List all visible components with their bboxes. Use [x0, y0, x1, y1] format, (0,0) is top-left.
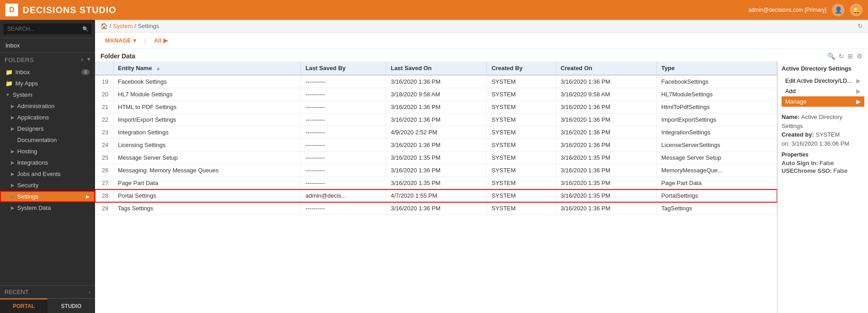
right-panel-link[interactable]: Add▶ [782, 86, 864, 96]
sidebar-item-jobs-events[interactable]: ▶ Jobs and Events [0, 168, 95, 180]
right-panel-info: Name: Active Directory Settings Created … [782, 113, 864, 148]
table-row[interactable]: 20 HL7 Module Settings ---------- 3/18/2… [95, 88, 777, 101]
manage-button[interactable]: MANAGE ▾ [100, 35, 141, 46]
all-button[interactable]: All ▶ [149, 35, 172, 46]
search-table-icon[interactable]: 🔍 [827, 52, 835, 60]
cell-last-saved-by: ---------- [300, 88, 386, 101]
sidebar-item-inbox[interactable]: 📁 Inbox 0 [0, 66, 95, 78]
cell-created-by: SYSTEM [487, 75, 556, 88]
sidebar-item-inbox-top[interactable]: Inbox [0, 38, 95, 52]
cell-name[interactable]: Portal Settings [113, 190, 300, 202]
cell-created-on: 3/16/2020 1:36 PM [556, 202, 657, 215]
cell-type: PortalSettings [657, 190, 777, 202]
info-created-by-label: Created by: [782, 131, 816, 138]
col-entity-name[interactable]: Entity Name ▲ [113, 62, 300, 75]
logo-icon: D [5, 4, 18, 16]
sidebar-item-system[interactable]: ▼ System [0, 89, 95, 100]
col-last-saved-by[interactable]: Last Saved By [300, 62, 386, 75]
table-row[interactable]: 23 Integration Settings ---------- 4/9/2… [95, 126, 777, 139]
cell-created-on: 3/16/2020 1:36 PM [556, 164, 657, 177]
table-row[interactable]: 28 Portal Settings admin@decis... 4/7/20… [95, 190, 777, 202]
cell-created-on: 3/16/2020 1:36 PM [556, 75, 657, 88]
col-created-on[interactable]: Created On [556, 62, 657, 75]
prop-value: False [833, 167, 848, 174]
cell-name[interactable]: Messaging: Memory Message Queues [113, 164, 300, 177]
cell-last-saved-by: ---------- [300, 101, 386, 114]
table-row[interactable]: 29 Tags Settings ---------- 3/16/2020 1:… [95, 202, 777, 215]
info-on-value: 3/16/2020 1:36:06 PM [792, 140, 849, 147]
notification-bell-icon[interactable]: 🔔 [850, 4, 863, 16]
sidebar-item-hosting[interactable]: ▶ Hosting [0, 146, 95, 157]
refresh-icon[interactable]: ↻ [858, 23, 863, 29]
link-arrow-icon: ▶ [856, 98, 861, 105]
user-avatar-icon[interactable]: 👤 [832, 4, 844, 16]
table-row[interactable]: 24 Licensing Settings ---------- 3/16/20… [95, 139, 777, 152]
sidebar-item-security[interactable]: ▶ Security [0, 180, 95, 191]
table-row[interactable]: 25 Message Server Setup ---------- 3/16/… [95, 152, 777, 164]
cell-last-saved-by: ---------- [300, 164, 386, 177]
table-row[interactable]: 21 HTML to PDF Settings ---------- 3/16/… [95, 101, 777, 114]
cell-last-saved-by: ---------- [300, 126, 386, 139]
expand-icon[interactable]: ▾ [87, 56, 91, 64]
breadcrumb-system[interactable]: System [113, 23, 133, 29]
col-created-by[interactable]: Created By [487, 62, 556, 75]
cell-name[interactable]: Tags Settings [113, 202, 300, 215]
cell-name[interactable]: Message Server Setup [113, 152, 300, 164]
table-row[interactable]: 27 Page Part Data ---------- 3/16/2020 1… [95, 177, 777, 190]
cell-type: MemoryMessageQue... [657, 164, 777, 177]
user-info: admin@decisions.com [Primary] [749, 7, 826, 13]
cell-name[interactable]: Import/Export Settings [113, 114, 300, 126]
table-row[interactable]: 19 Facebook Settings ---------- 3/16/202… [95, 75, 777, 88]
toolbar: MANAGE ▾ | All ▶ [95, 33, 868, 49]
sidebar-item-integrations[interactable]: ▶ Integrations [0, 157, 95, 168]
search-input[interactable] [4, 24, 91, 34]
tab-studio[interactable]: STUDIO [48, 299, 95, 313]
table-row[interactable]: 22 Import/Export Settings ---------- 3/1… [95, 114, 777, 126]
main-content: 🏠 / System / Settings ↻ MANAGE ▾ | All ▶… [95, 20, 868, 313]
cell-name[interactable]: Integration Settings [113, 126, 300, 139]
folder-data-table: Entity Name ▲ Last Saved By Last Saved O… [95, 62, 777, 215]
cell-type: ImportExportSettings [657, 114, 777, 126]
cell-name[interactable]: Facebook Settings [113, 75, 300, 88]
right-panel-link[interactable]: Manage▶ [782, 96, 864, 107]
cell-num: 28 [95, 190, 113, 202]
cell-num: 24 [95, 139, 113, 152]
cell-last-saved-by: ---------- [300, 177, 386, 190]
expand-arrow-icon: ▼ [5, 92, 10, 97]
sidebar-item-documentation[interactable]: Documentation [0, 134, 95, 146]
manage-arrow-icon: ▾ [133, 37, 136, 44]
cell-last-saved-on: 4/7/2020 1:55 PM [386, 190, 487, 202]
tab-portal[interactable]: PORTAL [0, 299, 48, 313]
cell-created-on: 3/16/2020 1:36 PM [556, 139, 657, 152]
prop-label: USEChrome SSO: [782, 167, 832, 174]
folders-header: FOLDERS ＋ ▾ [0, 52, 95, 66]
add-folder-icon[interactable]: ＋ [79, 56, 86, 64]
sidebar: 🔍 Inbox FOLDERS ＋ ▾ 📁 Inbox 0 📁 My Apps [0, 20, 95, 313]
home-icon[interactable]: 🏠 [100, 23, 108, 29]
recent-arrow-icon[interactable]: ‹ [89, 289, 91, 295]
sidebar-item-settings[interactable]: ▶ Settings ▶ [0, 191, 95, 202]
cell-name[interactable]: HL7 Module Settings [113, 88, 300, 101]
cell-name[interactable]: Page Part Data [113, 177, 300, 190]
all-label: All [154, 37, 162, 44]
cell-last-saved-by: ---------- [300, 139, 386, 152]
cell-name[interactable]: Licensing Settings [113, 139, 300, 152]
sidebar-item-designers[interactable]: ▶ Designers [0, 123, 95, 134]
prop-value: False [820, 160, 834, 166]
refresh-table-icon[interactable]: ↻ [839, 52, 844, 60]
col-type[interactable]: Type [657, 62, 777, 75]
sidebar-item-applications[interactable]: ▶ Applications [0, 112, 95, 123]
export-icon[interactable]: ⊞ [848, 52, 853, 60]
right-panel-link[interactable]: Edit Active Directory/LD...▶ [782, 76, 864, 86]
cell-created-on: 3/16/2020 1:36 PM [556, 101, 657, 114]
cell-created-on: 3/16/2020 1:35 PM [556, 152, 657, 164]
settings-table-icon[interactable]: ⚙ [857, 52, 863, 60]
sidebar-item-system-data[interactable]: ▶ System Data [0, 202, 95, 213]
table-row[interactable]: 26 Messaging: Memory Message Queues ----… [95, 164, 777, 177]
sidebar-item-myapps[interactable]: 📁 My Apps [0, 78, 95, 89]
cell-type: IntegrationSettings [657, 126, 777, 139]
sidebar-item-label: Jobs and Events [17, 171, 61, 177]
sidebar-item-administration[interactable]: ▶ Administration [0, 100, 95, 112]
col-last-saved-on[interactable]: Last Saved On [386, 62, 487, 75]
cell-name[interactable]: HTML to PDF Settings [113, 101, 300, 114]
